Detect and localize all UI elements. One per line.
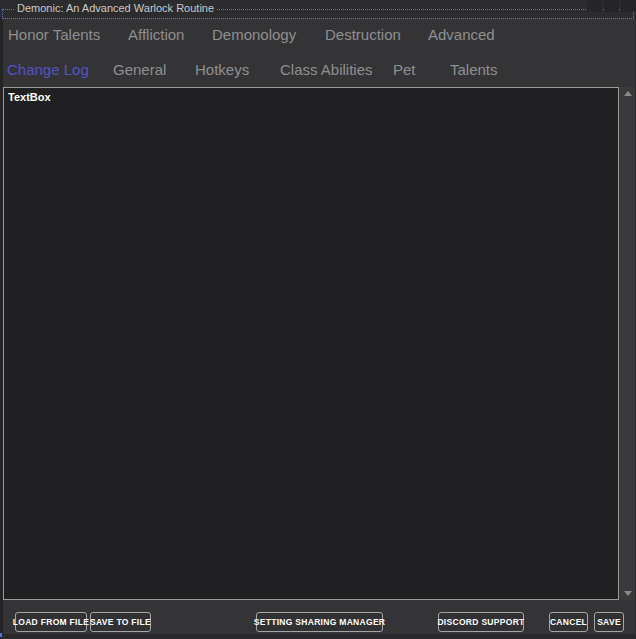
- tab-hotkeys[interactable]: Hotkeys: [195, 60, 249, 77]
- vertical-scrollbar[interactable]: [620, 87, 636, 600]
- tab-demonology[interactable]: Demonology: [212, 26, 296, 43]
- textbox-label: TextBox: [8, 91, 51, 103]
- window-bottom-edge: [0, 634, 636, 639]
- load-from-file-button[interactable]: LOAD FROM FILE: [15, 612, 87, 632]
- tab-destruction[interactable]: Destruction: [325, 26, 401, 43]
- cancel-button[interactable]: CANCEL: [549, 612, 588, 632]
- tab-pet[interactable]: Pet: [393, 60, 416, 77]
- window-controls: [587, 0, 636, 12]
- scroll-down-icon[interactable]: [624, 591, 632, 596]
- tab-general[interactable]: General: [113, 60, 166, 77]
- footer-bar: LOAD FROM FILE SAVE TO FILE SETTING SHAR…: [0, 600, 636, 634]
- discord-support-button[interactable]: DISCORD SUPPORT: [438, 612, 524, 632]
- tab-honor-talents[interactable]: Honor Talents: [8, 26, 100, 43]
- tab-advanced[interactable]: Advanced: [428, 26, 495, 43]
- bottom-left-accent: [0, 633, 2, 637]
- tab-affliction[interactable]: Affliction: [128, 26, 184, 43]
- minimize-button[interactable]: [587, 0, 602, 12]
- save-button[interactable]: SAVE: [594, 612, 624, 632]
- tab-row-primary: Honor Talents Affliction Demonology Dest…: [0, 18, 636, 50]
- setting-sharing-manager-button[interactable]: SETTING SHARING MANAGER: [256, 612, 383, 632]
- window-left-edge: [0, 0, 3, 639]
- changelog-textbox[interactable]: TextBox: [3, 87, 619, 600]
- close-button[interactable]: [621, 0, 636, 12]
- tab-row-secondary: Change Log General Hotkeys Class Abiliti…: [0, 50, 636, 87]
- tab-change-log[interactable]: Change Log: [7, 60, 89, 77]
- app-window: Demonic: An Advanced Warlock Routine Hon…: [0, 0, 636, 639]
- maximize-button[interactable]: [604, 0, 619, 12]
- tab-class-abilities[interactable]: Class Abilities: [280, 60, 373, 77]
- scroll-up-icon[interactable]: [624, 91, 632, 96]
- title-bar[interactable]: Demonic: An Advanced Warlock Routine: [0, 0, 636, 18]
- tab-talents[interactable]: Talents: [450, 60, 498, 77]
- window-title: Demonic: An Advanced Warlock Routine: [14, 2, 217, 15]
- save-to-file-button[interactable]: SAVE TO FILE: [90, 612, 151, 632]
